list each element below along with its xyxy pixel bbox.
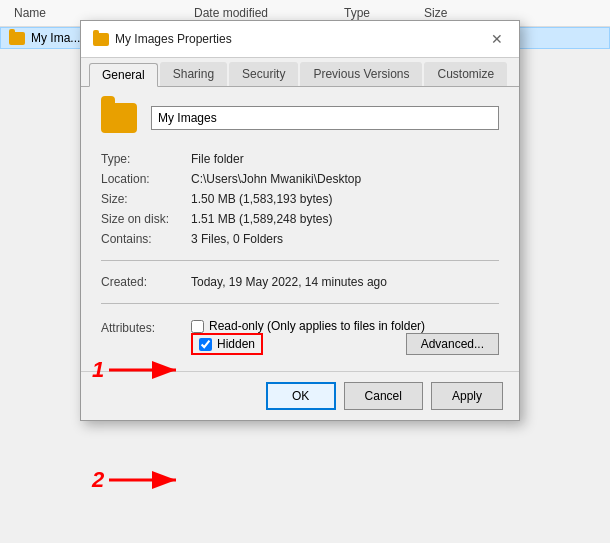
created-label: Created: [101,272,191,292]
created-value: Today, 19 May 2022, 14 minutes ago [191,272,499,292]
info-row-type: Type: File folder [101,149,499,169]
attributes-label: Attributes: [101,319,191,335]
tab-general[interactable]: General [89,63,158,87]
size-label: Size: [101,189,191,209]
info-row-size-on-disk: Size on disk: 1.51 MB (1,589,248 bytes) [101,209,499,229]
attributes-right: Read-only (Only applies to files in fold… [191,319,499,355]
info-table: Type: File folder Location: C:\Users\Joh… [101,149,499,315]
hidden-checkbox-highlight: Hidden [191,333,263,355]
folder-icon-large [101,103,137,133]
tab-customize[interactable]: Customize [424,62,507,86]
close-button[interactable]: ✕ [487,29,507,49]
contains-value: 3 Files, 0 Folders [191,229,499,249]
attributes-row: Attributes: Read-only (Only applies to f… [101,319,499,355]
folder-icon-small [9,32,25,45]
folder-icon-titlebar [93,33,109,46]
type-value: File folder [191,149,499,169]
readonly-checkbox[interactable] [191,320,204,333]
readonly-label: Read-only (Only applies to files in fold… [209,319,425,333]
contains-label: Contains: [101,229,191,249]
info-row-contains: Contains: 3 Files, 0 Folders [101,229,499,249]
size-on-disk-value: 1.51 MB (1,589,248 bytes) [191,209,499,229]
advanced-button[interactable]: Advanced... [406,333,499,355]
ok-button[interactable]: OK [266,382,336,410]
folder-name-row [101,103,499,133]
annotation-2: 2 [92,466,184,494]
info-row-created: Created: Today, 19 May 2022, 14 minutes … [101,272,499,292]
dialog-titlebar: My Images Properties ✕ [81,21,519,58]
arrow-2-svg [104,466,184,494]
arrow-1-svg [104,356,184,384]
readonly-row: Read-only (Only applies to files in fold… [191,319,499,333]
explorer-row-name: My Ima... [31,31,80,45]
dialog-content: Type: File folder Location: C:\Users\Joh… [81,87,519,371]
annotation-number-1: 1 [92,357,104,383]
annotation-number-2: 2 [92,467,104,493]
size-on-disk-label: Size on disk: [101,209,191,229]
tab-sharing[interactable]: Sharing [160,62,227,86]
hidden-checkbox[interactable] [199,338,212,351]
divider2 [101,303,499,304]
tab-security[interactable]: Security [229,62,298,86]
info-row-location: Location: C:\Users\John Mwaniki\Desktop [101,169,499,189]
info-row-size: Size: 1.50 MB (1,583,193 bytes) [101,189,499,209]
tab-previous-versions[interactable]: Previous Versions [300,62,422,86]
dialog-title-left: My Images Properties [93,32,232,46]
size-value: 1.50 MB (1,583,193 bytes) [191,189,499,209]
location-label: Location: [101,169,191,189]
apply-button[interactable]: Apply [431,382,503,410]
type-label: Type: [101,149,191,169]
annotation-1: 1 [92,356,184,384]
cancel-button[interactable]: Cancel [344,382,423,410]
dialog-title: My Images Properties [115,32,232,46]
folder-name-input[interactable] [151,106,499,130]
divider [101,260,499,261]
tabs-bar: General Sharing Security Previous Versio… [81,58,519,87]
location-value: C:\Users\John Mwaniki\Desktop [191,169,499,189]
hidden-label: Hidden [217,337,255,351]
